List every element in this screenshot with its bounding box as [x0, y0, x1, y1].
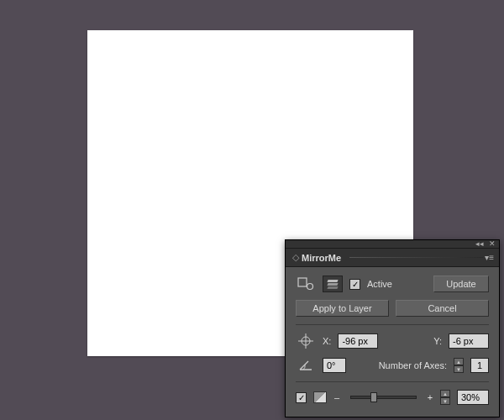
update-button[interactable]: Update: [433, 276, 489, 292]
cancel-button[interactable]: Cancel: [396, 300, 489, 317]
selection-icon[interactable]: [296, 276, 316, 292]
opacity-input[interactable]: [457, 390, 489, 405]
angle-input[interactable]: [323, 358, 346, 373]
y-label: Y:: [433, 336, 442, 346]
opacity-stepper[interactable]: ▲ ▼: [440, 390, 450, 405]
panel-title: MirrorMe: [302, 253, 341, 263]
panel-titlebar[interactable]: ◂◂ ✕: [286, 240, 499, 249]
svg-rect-0: [298, 278, 307, 286]
row-position: X: Y:: [296, 324, 489, 349]
svg-point-1: [307, 284, 313, 290]
axes-label: Number of Axes:: [379, 360, 447, 370]
x-label: X:: [323, 336, 331, 346]
x-input[interactable]: [338, 333, 378, 349]
row-opacity: ✓ – + ▲ ▼: [296, 381, 489, 405]
opacity-icon: [313, 391, 327, 403]
slider-plus: +: [427, 392, 433, 402]
layers-icon[interactable]: [323, 276, 343, 292]
opacity-slider[interactable]: [350, 396, 417, 399]
axes-step-down[interactable]: ▼: [454, 365, 464, 373]
active-label: Active: [367, 279, 392, 289]
tab-spacer: [349, 257, 483, 258]
panel-tab-bar: ◇ MirrorMe ▾≡: [286, 249, 499, 267]
apply-to-layer-button[interactable]: Apply to Layer: [296, 300, 389, 317]
panel-tab[interactable]: ◇ MirrorMe: [289, 249, 344, 267]
axes-stepper[interactable]: ▲ ▼: [454, 358, 464, 373]
angle-icon: [296, 357, 316, 374]
opacity-step-up[interactable]: ▲: [440, 390, 450, 397]
collapse-icon[interactable]: ◂◂: [475, 240, 484, 248]
mirrorme-panel: ◂◂ ✕ ◇ MirrorMe ▾≡ ✓ Active Update Apply…: [285, 239, 500, 417]
row-apply: Apply to Layer Cancel: [296, 300, 489, 317]
row-angle: Number of Axes: ▲ ▼: [296, 357, 489, 374]
slider-thumb[interactable]: [370, 392, 377, 402]
origin-icon: [296, 333, 316, 349]
updown-icon: ◇: [292, 252, 299, 263]
row-active: ✓ Active Update: [296, 276, 489, 292]
active-checkbox[interactable]: ✓: [349, 279, 360, 290]
close-icon[interactable]: ✕: [489, 240, 496, 248]
axes-step-up[interactable]: ▲: [454, 358, 464, 365]
flyout-menu-icon[interactable]: ▾≡: [483, 253, 496, 262]
axes-input[interactable]: [470, 358, 489, 373]
slider-minus: –: [333, 392, 340, 402]
y-input[interactable]: [449, 333, 489, 349]
opacity-step-down[interactable]: ▼: [440, 397, 450, 405]
opacity-checkbox[interactable]: ✓: [296, 392, 307, 403]
panel-body: ✓ Active Update Apply to Layer Cancel X:…: [286, 267, 499, 417]
